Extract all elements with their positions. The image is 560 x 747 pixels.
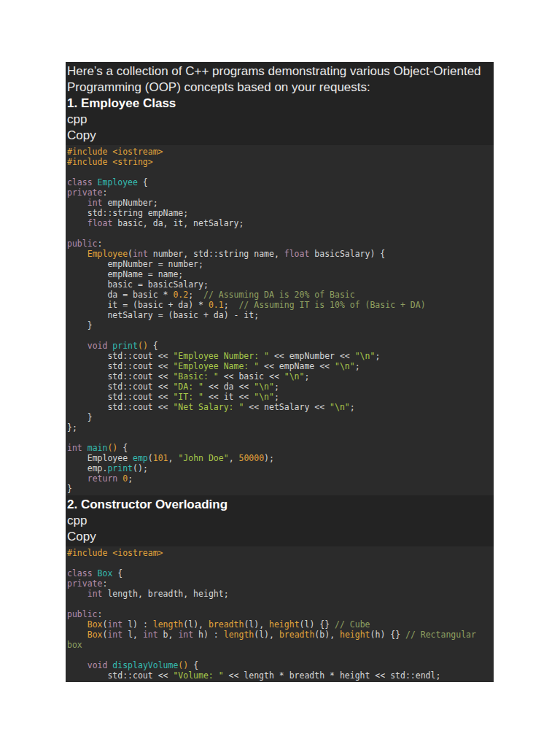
code-line: } bbox=[67, 412, 489, 422]
section-2-block: 2. Constructor Overloading cpp Copy bbox=[66, 495, 494, 546]
code-line: class Box { bbox=[67, 568, 489, 578]
code-line: public: bbox=[67, 239, 489, 249]
copy-button[interactable]: Copy bbox=[67, 529, 492, 545]
code-line: #include <iostream> bbox=[67, 147, 489, 157]
code-line: int empNumber; bbox=[67, 198, 489, 208]
code-line: Box(int l) : length(l), breadth(l), heig… bbox=[67, 619, 489, 630]
code-line bbox=[67, 330, 489, 341]
code-language-label: cpp bbox=[67, 112, 492, 128]
code-block-constructor-overloading: #include <iostream> class Box {private: … bbox=[66, 546, 494, 682]
code-line: int length, breadth, height; bbox=[67, 589, 489, 599]
code-line: void displayVolume() { bbox=[67, 660, 489, 670]
code-line bbox=[67, 650, 489, 660]
code-language-label: cpp bbox=[67, 513, 492, 529]
code-line: }; bbox=[67, 422, 489, 433]
code-line: private: bbox=[67, 187, 489, 198]
code-line: } bbox=[67, 484, 489, 494]
section-2-heading: 2. Constructor Overloading bbox=[67, 497, 492, 513]
code-line: int main() { bbox=[67, 443, 489, 453]
section-1-heading: 1. Employee Class bbox=[67, 96, 492, 112]
chat-response: Here’s a collection of C++ programs demo… bbox=[66, 62, 494, 682]
copy-button[interactable]: Copy bbox=[67, 128, 492, 144]
code-line: emp.print(); bbox=[67, 463, 489, 473]
code-line: basic = basicSalary; bbox=[67, 279, 489, 290]
code-line: std::cout << "Volume: " << length * brea… bbox=[67, 670, 489, 681]
code-line bbox=[67, 228, 489, 239]
code-line: it = (basic + da) * 0.1; // Assuming IT … bbox=[67, 300, 489, 310]
code-line: } bbox=[67, 320, 489, 330]
code-line: std::cout << "Employee Name: " << empNam… bbox=[67, 361, 489, 371]
code-line: void print() { bbox=[67, 341, 489, 351]
code-line: float basic, da, it, netSalary; bbox=[67, 218, 489, 228]
code-line bbox=[67, 433, 489, 443]
code-line bbox=[67, 558, 489, 568]
code-line: Box(int l, int b, int h) : length(l), br… bbox=[67, 630, 489, 650]
code-line: empNumber = number; bbox=[67, 259, 489, 269]
code-line bbox=[67, 167, 489, 177]
code-line: public: bbox=[67, 609, 489, 619]
code-line: Employee(int number, std::string name, f… bbox=[67, 249, 489, 259]
code-line: std::cout << "Employee Number: " << empN… bbox=[67, 351, 489, 361]
code-line: netSalary = (basic + da) - it; bbox=[67, 310, 489, 320]
code-line: std::cout << "Basic: " << basic << "\n"; bbox=[67, 371, 489, 382]
code-line: #include <string> bbox=[67, 157, 489, 167]
code-line: private: bbox=[67, 578, 489, 589]
code-line: Employee emp(101, "John Doe", 50000); bbox=[67, 453, 489, 463]
code-line: std::cout << "DA: " << da << "\n"; bbox=[67, 382, 489, 392]
code-line: da = basic * 0.2; // Assuming DA is 20% … bbox=[67, 290, 489, 300]
code-line: std::cout << "IT: " << it << "\n"; bbox=[67, 392, 489, 402]
code-line: std::string empName; bbox=[67, 208, 489, 218]
code-line: #include <iostream> bbox=[67, 548, 489, 558]
code-line: return 0; bbox=[67, 473, 489, 484]
code-line bbox=[67, 599, 489, 609]
code-line: empName = name; bbox=[67, 269, 489, 279]
code-line: class Employee { bbox=[67, 177, 489, 187]
intro-block: Here’s a collection of C++ programs demo… bbox=[66, 62, 494, 145]
code-line: std::cout << "Net Salary: " << netSalary… bbox=[67, 402, 489, 412]
intro-text: Here’s a collection of C++ programs demo… bbox=[67, 63, 492, 96]
code-block-employee-class: #include <iostream>#include <string> cla… bbox=[66, 145, 494, 495]
